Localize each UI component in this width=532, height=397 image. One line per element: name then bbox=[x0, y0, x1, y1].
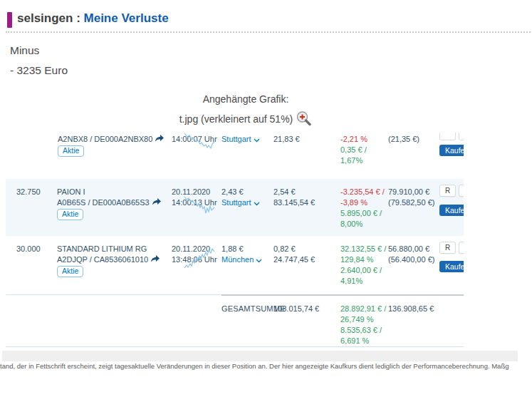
current-price: 2,43 € bbox=[221, 187, 244, 197]
perf-line: -2,21 % bbox=[340, 134, 367, 145]
summary-buy-total: 108.015,74 € bbox=[273, 304, 319, 314]
sparkline[interactable] bbox=[184, 247, 215, 272]
security-name: PAION I bbox=[57, 187, 85, 197]
exchange-select[interactable]: München bbox=[221, 254, 262, 265]
attachment-label: Angehängte Grafik: bbox=[0, 93, 491, 105]
instrument-type-badge: Aktie bbox=[58, 145, 84, 157]
position-value: 56.880,00 € bbox=[388, 244, 429, 254]
perf-line: 2.640,00 € / bbox=[340, 265, 382, 276]
security-code: A2DJQP / CA8536061010 bbox=[57, 254, 160, 265]
perf-line: 8,00% bbox=[340, 219, 363, 230]
disclaimer-footnote: tand, der in Fettschrift erscheint, zeig… bbox=[0, 362, 521, 370]
summary-perf-line: 26,749 % bbox=[340, 314, 373, 325]
buy-total: 24.747,45 € bbox=[273, 254, 315, 265]
cut-button-fragment[interactable] bbox=[459, 185, 464, 197]
sparkline[interactable] bbox=[184, 131, 215, 153]
author-name: selsingen bbox=[17, 11, 73, 25]
position-value: 79.910,00 € bbox=[388, 187, 429, 197]
security-code: A2NBX8 / DE000A2NBX80 bbox=[58, 134, 164, 145]
buy-button[interactable]: Kaufen bbox=[439, 145, 464, 156]
post-title: selsingen : Meine Verluste bbox=[17, 11, 169, 26]
perf-line: -3.235,54 € / bbox=[340, 187, 385, 197]
buy-price: 21,83 € bbox=[273, 134, 300, 145]
chevron-down-icon bbox=[254, 202, 260, 206]
buy-total: 83.145,54 € bbox=[273, 197, 315, 208]
perf-line: -3,89 % bbox=[340, 197, 367, 208]
sparkline[interactable] bbox=[184, 194, 215, 217]
cut-button-fragment[interactable] bbox=[459, 242, 464, 254]
attached-image-depot-table[interactable]: A2NBX8 / DE000A2NBX80 Aktie 14:00:07 Uhr… bbox=[0, 127, 523, 376]
dotted-separator bbox=[6, 31, 531, 33]
chevron-down-icon bbox=[256, 259, 262, 263]
buy-price: 2,54 € bbox=[273, 187, 296, 197]
exchange-select[interactable]: Stuttgart bbox=[221, 134, 260, 145]
wkn-isin: A2DJQP / CA8536061010 bbox=[57, 255, 148, 264]
attachment-filename-row: t.jpg (verkleinert auf 51%) bbox=[0, 110, 491, 127]
instrument-type-badge: Aktie bbox=[57, 209, 83, 220]
current-price: 1,88 € bbox=[221, 244, 244, 254]
buy-price: 0,82 € bbox=[273, 244, 296, 254]
buy-button[interactable]: Kaufen bbox=[439, 261, 464, 272]
exchange-name: München bbox=[221, 255, 254, 264]
quantity: 30.000 bbox=[16, 244, 41, 254]
magnifier-plus-icon[interactable] bbox=[296, 110, 312, 127]
perf-line: 129,84 % bbox=[340, 254, 373, 265]
summary-perf-line: 8.535,63 € / bbox=[340, 325, 382, 336]
chevron-down-icon bbox=[254, 138, 260, 143]
exchange-name: Stuttgart bbox=[221, 135, 251, 143]
attachment-filename: t.jpg (verkleinert auf 51%) bbox=[179, 113, 293, 125]
perf-line: 32.132,55 € / bbox=[340, 244, 386, 254]
summary-top-border bbox=[6, 294, 221, 295]
security-name: STANDARD LITHIUM RG bbox=[57, 244, 147, 254]
table-clip-area: A2NBX8 / DE000A2NBX80 Aktie 14:00:07 Uhr… bbox=[0, 127, 464, 376]
perf-line: 1,67% bbox=[340, 155, 363, 166]
cut-button-fragment[interactable] bbox=[459, 133, 464, 140]
quantity: 32.750 bbox=[16, 187, 41, 197]
summary-value-total: 136.908,65 € bbox=[388, 304, 434, 314]
thread-accent-marker bbox=[7, 12, 12, 28]
share-arrow-icon[interactable] bbox=[155, 135, 164, 143]
perf-line: 4,91% bbox=[340, 276, 363, 287]
wkn-isin: A0B65S / DE000A0B65S3 bbox=[57, 198, 150, 207]
post-header: selsingen : Meine Verluste bbox=[0, 0, 532, 33]
realtime-button[interactable]: R bbox=[439, 185, 456, 197]
buy-button[interactable]: Kaufen bbox=[439, 205, 464, 216]
summary-perf-line: 28.892,91 € / bbox=[340, 304, 386, 314]
position-value: (21,35 €) bbox=[388, 134, 419, 145]
share-arrow-icon[interactable] bbox=[150, 255, 160, 263]
realtime-button[interactable]: R bbox=[439, 242, 456, 254]
title-separator: : bbox=[73, 11, 83, 25]
summary-perf-line: 6,691 % bbox=[340, 336, 369, 346]
exchange-name: Stuttgart bbox=[221, 198, 251, 207]
position-value-prev: (79.582,50 €) bbox=[388, 197, 434, 208]
position-value-prev: (56.400,00 €) bbox=[388, 254, 434, 265]
perf-line: 0,35 € / bbox=[340, 145, 367, 155]
image-footer-strip bbox=[2, 351, 518, 361]
exchange-select[interactable]: Stuttgart bbox=[221, 197, 260, 208]
post-text-line1: Minus bbox=[10, 44, 39, 57]
instrument-type-badge: Aktie bbox=[57, 266, 83, 277]
security-code: A0B65S / DE000A0B65S3 bbox=[57, 197, 161, 208]
thread-title-link[interactable]: Meine Verluste bbox=[84, 11, 169, 25]
share-arrow-icon[interactable] bbox=[152, 198, 161, 206]
cut-button-fragment[interactable] bbox=[439, 133, 456, 140]
summary-bottom-border bbox=[6, 346, 464, 347]
perf-line: 5.895,00 € / bbox=[340, 208, 382, 219]
summary-top-border-dark bbox=[221, 294, 464, 296]
post-text-line2: - 3235 Euro bbox=[10, 64, 68, 77]
wkn-isin: A2NBX8 / DE000A2NBX80 bbox=[58, 135, 152, 143]
